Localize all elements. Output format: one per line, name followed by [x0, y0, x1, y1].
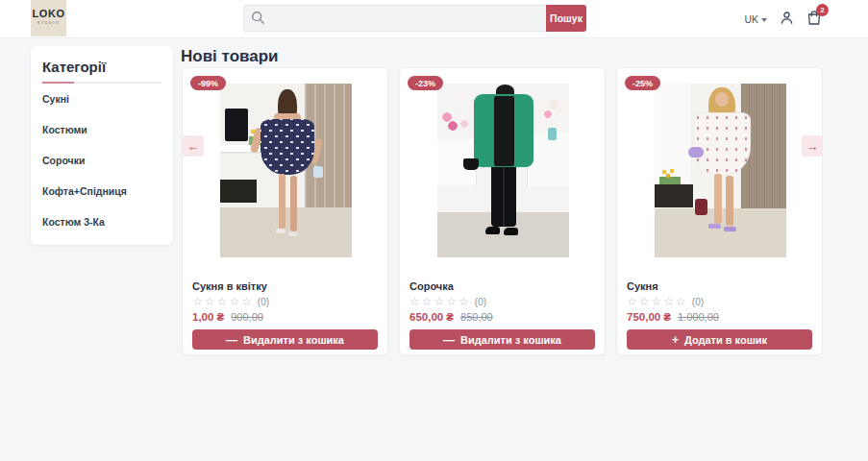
- photo-figure-shoes: [485, 227, 500, 234]
- photo-sideboard: [220, 180, 257, 203]
- photo-vase: [548, 128, 557, 140]
- search-form: Пошук: [243, 5, 586, 32]
- photo-flowers-left: [439, 109, 470, 135]
- photo-figure-top: [494, 96, 514, 166]
- logo-subtitle: STUDIO: [31, 20, 66, 25]
- rating-count: (0): [475, 297, 486, 307]
- product-photo[interactable]: [437, 84, 569, 257]
- photo-figure-shoes: [276, 229, 285, 233]
- photo-tulips: [659, 168, 681, 185]
- language-label: UK: [744, 13, 758, 25]
- rating-count: (0): [258, 297, 269, 307]
- minus-icon: —: [443, 333, 455, 347]
- product-name[interactable]: Сукня в квітку: [192, 280, 267, 292]
- cart-action-label: Видалити з кошика: [243, 334, 344, 346]
- search-button[interactable]: Пошук: [546, 5, 586, 32]
- current-price: 1,00 ₴: [192, 311, 224, 323]
- price-row: 750,00 ₴ 1.000,00: [627, 311, 719, 323]
- sidebar-item-kostyumy[interactable]: Костюми: [42, 114, 161, 145]
- rating-row: ☆☆☆☆☆ (0): [409, 295, 486, 308]
- title-underline: [42, 82, 161, 84]
- product-photo[interactable]: [220, 84, 352, 257]
- rating-row: ☆☆☆☆☆ (0): [192, 295, 269, 308]
- discount-badge: -25%: [625, 76, 660, 90]
- categories-title: Категорії: [42, 59, 161, 75]
- sidebar-item-sukni[interactable]: Сукні: [42, 84, 161, 114]
- page-title: Нові товари: [181, 47, 279, 66]
- photo-figure-bag: [688, 147, 704, 158]
- sidebar-item-kostyum-3ka[interactable]: Костюм 3-Ка: [42, 206, 161, 237]
- discount-badge: -99%: [190, 76, 226, 90]
- current-price: 750,00 ₴: [627, 311, 671, 323]
- sidebar-item-sorochky[interactable]: Сорочки: [42, 145, 161, 176]
- product-carousel: -99% Сукня в квітку ☆☆☆☆☆ (0) 1,00 ₴ 900…: [182, 67, 823, 355]
- product-card: -99% Сукня в квітку ☆☆☆☆☆ (0) 1,00 ₴ 900…: [182, 67, 388, 355]
- remove-from-cart-button[interactable]: — Видалити з кошика: [192, 329, 378, 350]
- carousel-prev-button[interactable]: ←: [183, 135, 204, 157]
- cart-action-label: Видалити з кошика: [460, 334, 561, 346]
- header-controls: UK 2: [744, 0, 822, 38]
- add-to-cart-button[interactable]: + Додати в кошик: [627, 329, 812, 350]
- current-price: 650,00 ₴: [409, 311, 454, 323]
- photo-figure-bag: [313, 166, 323, 178]
- photo-flowers-right: [534, 99, 569, 128]
- arrow-right-icon: →: [806, 139, 819, 154]
- old-price: 1.000,00: [678, 311, 719, 323]
- photo-figure-dress: [693, 112, 751, 176]
- old-price: 900,00: [231, 311, 263, 323]
- product-photo[interactable]: [655, 84, 786, 257]
- photo-shelf: [655, 184, 693, 207]
- price-row: 650,00 ₴ 850,00: [409, 311, 493, 323]
- photo-figure-pants: [491, 167, 516, 227]
- photo-figure-face: [715, 92, 729, 107]
- account-icon[interactable]: [780, 11, 794, 29]
- photo-figure-legs: [714, 174, 722, 224]
- product-name[interactable]: Сорочка: [409, 280, 454, 292]
- star-rating-icons[interactable]: ☆☆☆☆☆: [192, 295, 254, 308]
- remove-from-cart-button[interactable]: — Видалити з кошика: [409, 329, 595, 350]
- cart-count-badge: 2: [816, 4, 829, 16]
- photo-tv: [225, 109, 248, 141]
- product-card: -25% Сукня ☆☆☆☆☆ (0) 750,00 ₴ 1.000,00 +…: [616, 67, 823, 355]
- search-input[interactable]: [243, 5, 546, 32]
- photo-figure-bag: [463, 158, 479, 170]
- star-rating-icons[interactable]: ☆☆☆☆☆: [627, 295, 688, 308]
- logo[interactable]: LOKO STUDIO: [31, 0, 66, 36]
- rating-count: (0): [692, 297, 704, 307]
- logo-title: LOKO: [31, 9, 66, 19]
- categories-panel: Категорії Сукні Костюми Сорочки Кофта+Сп…: [31, 46, 173, 245]
- old-price: 850,00: [460, 311, 493, 323]
- product-name[interactable]: Сукня: [627, 280, 658, 292]
- arrow-left-icon: ←: [187, 139, 200, 154]
- product-card: -23% Сорочка ☆☆☆☆☆ (0) 650,00 ₴ 850,00 —…: [399, 67, 606, 355]
- carousel-next-button[interactable]: →: [802, 135, 823, 157]
- sidebar-item-kofta-spidnytsya[interactable]: Кофта+Спідниця: [42, 176, 161, 206]
- photo-figure-legs: [279, 174, 285, 230]
- header: LOKO STUDIO Пошук UK 2: [0, 0, 868, 38]
- photo-figure-shoes: [708, 224, 721, 229]
- discount-badge: -23%: [408, 76, 443, 90]
- cart-action-label: Додати в кошик: [684, 334, 767, 346]
- rating-row: ☆☆☆☆☆ (0): [627, 295, 704, 308]
- photo-figure-dress: [260, 119, 314, 175]
- photo-planter: [695, 199, 707, 215]
- plus-icon: +: [672, 333, 679, 347]
- minus-icon: —: [226, 333, 237, 347]
- chevron-down-icon: [761, 18, 767, 22]
- price-row: 1,00 ₴ 900,00: [192, 311, 263, 323]
- search-icon: [251, 11, 265, 25]
- star-rating-icons[interactable]: ☆☆☆☆☆: [409, 295, 471, 308]
- cart-button[interactable]: 2: [806, 10, 822, 30]
- language-selector[interactable]: UK: [744, 13, 767, 25]
